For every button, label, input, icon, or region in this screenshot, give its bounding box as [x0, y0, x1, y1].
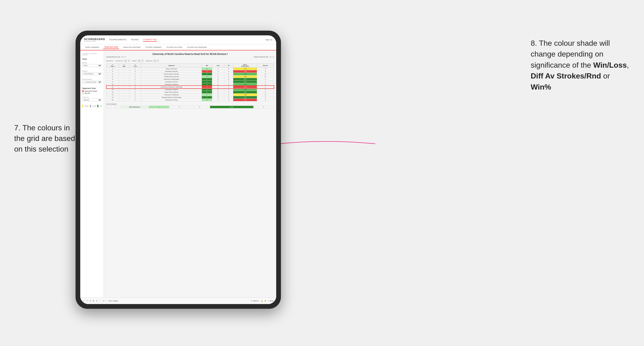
cell-opponent: University of Arizona: [141, 81, 202, 83]
conference-filter: Conference (All): [116, 60, 130, 62]
cell-diff: 5.56: [233, 91, 257, 94]
radio-dot-opponents: [82, 90, 84, 92]
cell-rounds: 9: [257, 94, 274, 96]
legend-up-label: Up: [100, 105, 102, 107]
cell-tie: 0: [224, 78, 233, 81]
overall-record: Overall Record: 89 - 17 - 0: [106, 56, 126, 58]
table-row: 3 - 2 Vanderbilt University 0 4 0 -2.29 …: [106, 70, 274, 73]
division-select[interactable]: NCAA Division I: [82, 72, 102, 75]
forward-icon[interactable]: ⟫: [90, 300, 91, 302]
opponent-select[interactable]: (All): [152, 60, 159, 62]
copy-icon[interactable]: ⊞: [92, 300, 94, 302]
cell-diff: 3.67: [233, 78, 257, 81]
table-header-row: #Rank #Reg #Conf Opponent Win Loss Tie D…: [106, 64, 274, 68]
cell-opponent: Arizona State University: [141, 73, 202, 75]
cell-win: 4: [202, 75, 212, 78]
cell-rounds: 3: [257, 86, 274, 88]
colour-by-select[interactable]: Win/loss: [82, 99, 102, 101]
cell-opponent: University of Florida: [141, 99, 202, 101]
cell-rank: 9: [106, 81, 119, 83]
cell-reg: -: [119, 81, 129, 83]
cell-diff: 1.83: [233, 75, 257, 78]
grid-icon[interactable]: ⊞: [265, 300, 266, 302]
cell-win: 2: [202, 94, 212, 96]
col-reg: #Reg: [119, 64, 129, 68]
cell-diff: 1.67: [233, 68, 257, 70]
cell-reg: -: [119, 94, 129, 96]
region-filter: Region (All): [132, 60, 144, 62]
cell-rank: 2: [106, 68, 119, 70]
cell-rank: 4: [106, 73, 119, 75]
table-row: 11 - 6 University of Arkansas, Fayettevi…: [106, 86, 274, 88]
toolbar-divider: [106, 299, 107, 303]
od-tie: 0: [190, 106, 210, 108]
subnav-player-summary[interactable]: PLAYER SUMMARY: [144, 46, 163, 49]
cell-loss: 0: [212, 91, 224, 94]
legend-level-label: Level: [92, 105, 96, 107]
cell-opponent: Vanderbilt University: [141, 70, 202, 73]
bottom-toolbar: ↩ ↪ ⟫ ⊞ ⊡ − ⏱ View: Original 👁 Watch ▾ 👍…: [80, 298, 276, 304]
nav-committee[interactable]: COMMITTEE: [143, 38, 157, 42]
cell-win: 5: [202, 96, 212, 99]
cell-conf: 4: [129, 96, 141, 99]
nav-teams[interactable]: TEAMS: [131, 38, 139, 42]
clock-icon[interactable]: ⏱: [103, 300, 104, 302]
gender-label: Gender: [82, 62, 102, 64]
cell-conf: 2: [129, 75, 141, 78]
share-button[interactable]: ↗ Share: [268, 300, 274, 302]
subnav-team-h2h-heatmap[interactable]: TEAM H2H HEATMAP: [122, 46, 142, 49]
cell-opponent: University of Virginia: [141, 88, 202, 91]
cell-opponent: University of Oklahoma: [141, 94, 202, 96]
view-original[interactable]: View: Original: [108, 300, 118, 302]
cell-rounds: 2: [257, 81, 274, 83]
undo-icon[interactable]: ↩: [82, 300, 84, 302]
gender-select[interactable]: Men's: [82, 64, 102, 67]
radio-opponents-played[interactable]: Opponents Played: [82, 90, 102, 92]
subnav-team-h2h-grid[interactable]: TEAM H2H GRID: [103, 45, 119, 49]
cell-rank: 16: [106, 99, 119, 101]
subnav-team-summary[interactable]: TEAM SUMMARY: [84, 46, 100, 49]
nav-tournaments[interactable]: TOURNAMENTS: [109, 38, 126, 42]
subnav-player-h2h-heatmap[interactable]: PLAYER H2H HEATMAP: [186, 46, 208, 49]
division-label: Division: [82, 70, 102, 72]
cell-diff: 4.50: [233, 96, 257, 99]
paste-icon[interactable]: ⊡: [96, 300, 98, 302]
cell-reg: -: [119, 78, 129, 81]
thumbs-icon[interactable]: 👍: [261, 300, 263, 302]
redo-icon[interactable]: ↪: [86, 300, 88, 302]
sign-out-button[interactable]: Sign out: [266, 39, 272, 41]
cell-rounds: 8: [257, 70, 274, 73]
col-tie: Tie: [224, 64, 233, 68]
minus-icon[interactable]: −: [100, 300, 101, 302]
grid-records: Overall Record: 89 - 17 - 0 Division Rec…: [106, 56, 274, 58]
watch-button[interactable]: 👁 Watch ▾: [251, 300, 259, 302]
legend-level-dot: [90, 105, 91, 108]
conference-select[interactable]: (All): [124, 60, 130, 62]
cell-rounds: 12: [257, 75, 274, 78]
legend-up-dot: [97, 105, 98, 108]
division-record: Division Record: 88 - 17 - 0: [254, 56, 274, 58]
cell-loss: 0: [212, 96, 224, 99]
region-label: Region: [132, 60, 136, 61]
sub-nav: TEAM SUMMARY TEAM H2H GRID TEAM H2H HEAT…: [80, 44, 276, 50]
col-diff: Diff AvStrokes/Rnd: [233, 64, 257, 68]
legend-down-dot: [82, 105, 83, 108]
cell-conf: 1: [129, 73, 141, 75]
conf-label: Conference: [116, 60, 123, 61]
subnav-player-h2h-grid[interactable]: PLAYER H2H GRID: [166, 46, 183, 49]
opponent-filter: Opponent (All): [146, 60, 159, 62]
od-reg: [111, 106, 116, 108]
cell-tie: 0: [224, 91, 233, 94]
cell-win: 5: [202, 73, 212, 75]
table-row: 2 - 1 Auburn University 2 1 0 1.67 9: [106, 68, 274, 70]
school-rank-select[interactable]: 1. University of Nort...: [82, 81, 102, 83]
logo-main: SCOREBOARD: [84, 38, 105, 40]
cell-conf: 1: [129, 68, 141, 70]
cell-loss: 1: [212, 73, 224, 75]
radio-top100[interactable]: Top 100: [82, 92, 102, 94]
cell-rank: 8: [106, 78, 119, 81]
region-select[interactable]: (All): [137, 60, 144, 62]
cell-loss: 0: [212, 83, 224, 86]
cell-diff: 2.28: [233, 73, 257, 75]
radio-dot-top100: [82, 92, 84, 94]
